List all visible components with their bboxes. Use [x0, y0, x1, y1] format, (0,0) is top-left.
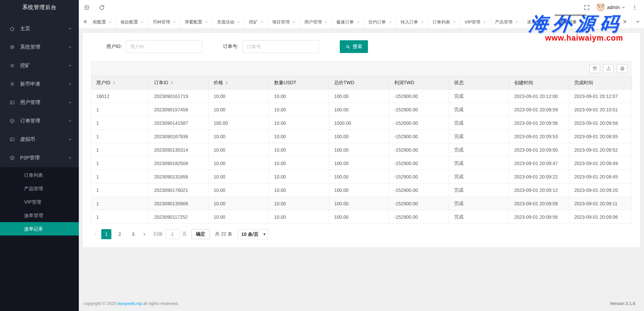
sidebar-item[interactable]: 系统管理: [0, 38, 79, 56]
collapse-menu-icon[interactable]: [84, 4, 90, 11]
table-cell: 完成: [449, 184, 509, 197]
sidebar-item-label: 主页: [20, 25, 68, 32]
order-no-input[interactable]: [243, 40, 319, 53]
copyright-text: copyright © 2020 easyweb.vip all rights …: [84, 301, 179, 306]
table-cell: 1: [91, 116, 149, 130]
tab-close-icon[interactable]: [516, 20, 518, 24]
table-cell: 10.00: [208, 130, 269, 143]
table-cell: 2023-09-01 20:09:49: [569, 157, 632, 170]
user-id-input[interactable]: [126, 40, 202, 53]
pagination: ‹ 123 › 到第 页 确定 共 22 条 10 条/页: [91, 229, 632, 239]
next-page-button[interactable]: ›: [140, 229, 149, 239]
prev-page-button[interactable]: ‹: [91, 229, 100, 239]
topbar: admin: [79, 0, 644, 15]
chevron-down-icon: [68, 27, 72, 31]
tab[interactable]: 转入订单: [396, 15, 428, 29]
tab-close-icon[interactable]: [453, 20, 456, 24]
tab-label: 项目管理: [272, 19, 290, 25]
tab[interactable]: 派单记录: [555, 15, 587, 29]
export-button[interactable]: [603, 64, 614, 73]
columns-toggle-button[interactable]: [589, 64, 600, 73]
tabs-scroll-left-button[interactable]: [79, 15, 92, 29]
table-row: 16012202309016171910.0010.00100.00-15290…: [91, 90, 632, 103]
tab-close-icon[interactable]: [421, 20, 424, 24]
tabs-scroll-right-button[interactable]: [619, 15, 631, 29]
tab[interactable]: 充值活动: [212, 15, 245, 29]
tab-close-icon[interactable]: [141, 20, 144, 24]
tab[interactable]: 收款配置: [116, 15, 149, 29]
sidebar-item[interactable]: 主页: [0, 19, 79, 38]
sidebar-submenu-item[interactable]: VIP管理: [0, 195, 79, 209]
sort-icon[interactable]: [170, 81, 173, 85]
chevron-down-icon: [68, 137, 72, 142]
confirm-button[interactable]: 确定: [192, 229, 210, 239]
sidebar-item[interactable]: 用户管理: [0, 93, 79, 112]
fullscreen-icon[interactable]: [584, 4, 590, 11]
tab[interactable]: 弹窗配置: [180, 15, 213, 29]
table-cell: -152900.00: [389, 170, 449, 184]
topbar-right: admin: [584, 3, 638, 12]
tab-close-icon[interactable]: [580, 20, 582, 24]
sidebar-item[interactable]: 虚拟币: [0, 130, 79, 149]
sidebar-submenu: 订单列表产品管理VIP管理派单管理派单记录: [0, 167, 79, 236]
order-no-label: 订单号:: [223, 44, 238, 50]
sidebar-submenu-item[interactable]: 派单管理: [0, 209, 79, 222]
tab[interactable]: 挖矿: [245, 15, 268, 29]
tab[interactable]: 合约订单: [364, 15, 396, 29]
sidebar-item-label: P2P管理: [20, 155, 68, 161]
sidebar-submenu-item[interactable]: 产品管理: [0, 182, 79, 195]
table-row: 1202309018250810.0010.00100.00-152900.00…: [91, 157, 632, 170]
tab-close-icon[interactable]: [483, 20, 486, 24]
print-button[interactable]: [617, 64, 628, 73]
table-cell: -152900.00: [389, 103, 449, 116]
sidebar-item[interactable]: 挖矿: [0, 56, 79, 75]
sidebar-item[interactable]: 新币申请: [0, 75, 79, 93]
table-cell: 2023-09-01 20:09:45: [569, 170, 632, 184]
tab-close-icon[interactable]: [325, 20, 327, 24]
per-page-select[interactable]: 10 条/页: [238, 229, 268, 239]
table-cell: 2023-09-01 20:09:06: [569, 210, 632, 224]
table-cell: 2023-09-01 20:09:20: [569, 184, 632, 197]
column-header[interactable]: 用户ID: [91, 76, 149, 90]
tab[interactable]: 用户管理: [300, 15, 332, 29]
tab-close-icon[interactable]: [547, 20, 550, 24]
tab[interactable]: 派单管理: [523, 15, 555, 29]
page-number-button[interactable]: 3: [128, 229, 138, 239]
sidebar-submenu-item[interactable]: 订单列表: [0, 168, 79, 182]
sort-icon[interactable]: [225, 81, 228, 85]
column-header[interactable]: 订单ID: [149, 76, 208, 90]
more-dots-icon[interactable]: [632, 4, 638, 11]
copyright-link[interactable]: easyweb.vip: [118, 301, 142, 306]
tab-close-icon[interactable]: [389, 20, 391, 24]
sort-icon[interactable]: [113, 81, 115, 85]
tab-close-icon[interactable]: [237, 20, 240, 24]
table-body: 16012202309016171910.0010.00100.00-15290…: [91, 90, 632, 224]
tab-close-icon[interactable]: [173, 20, 176, 24]
search-button[interactable]: 搜索: [340, 40, 368, 53]
sidebar-submenu-item[interactable]: 派单记录: [0, 222, 79, 236]
tab[interactable]: 产品管理: [491, 15, 523, 29]
tab[interactable]: 极速订单: [332, 15, 364, 29]
tab[interactable]: 订单列表: [428, 15, 461, 29]
table-cell: 2023-09-01 20:09:50: [509, 143, 569, 157]
page-number-button[interactable]: 2: [115, 229, 125, 239]
table-cell: -152900.00: [389, 130, 449, 143]
tab[interactable]: 币种管理: [148, 15, 180, 29]
tab[interactable]: 权配置: [92, 15, 116, 29]
goto-page-input[interactable]: [165, 229, 179, 239]
tab-close-icon[interactable]: [205, 20, 208, 24]
tabs-more-button[interactable]: [631, 15, 644, 29]
column-header[interactable]: 价格: [208, 76, 269, 90]
sidebar-item[interactable]: P2P管理: [0, 149, 79, 167]
sidebar-item[interactable]: 订单管理: [0, 112, 79, 130]
page-number-button[interactable]: 1: [101, 229, 111, 239]
refresh-icon[interactable]: [99, 4, 105, 11]
tab[interactable]: VIP管理: [460, 15, 491, 29]
table-cell: 10.00: [269, 90, 329, 103]
tab-close-icon[interactable]: [293, 20, 296, 24]
tab-close-icon[interactable]: [109, 20, 112, 24]
tab[interactable]: 项目管理: [268, 15, 300, 29]
tab-close-icon[interactable]: [261, 20, 263, 24]
tab-close-icon[interactable]: [357, 20, 360, 24]
user-menu[interactable]: admin: [596, 3, 626, 12]
